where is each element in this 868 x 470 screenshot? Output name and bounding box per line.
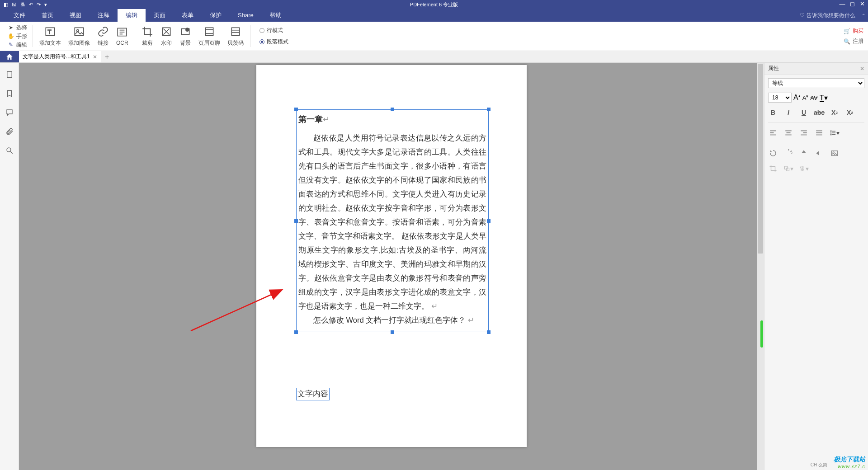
selected-text-box[interactable]: 第一章↵ 赵依依是人类用符号记录表达信息以传之久远的方式和工具。现代文字大多是记…	[296, 109, 489, 332]
hand-tool[interactable]: ✋手形	[7, 33, 27, 40]
maximize-button[interactable]: ◻	[848, 1, 856, 8]
home-tab[interactable]	[0, 51, 19, 62]
line-mode-radio[interactable]: 行模式	[259, 27, 288, 34]
resize-handle[interactable]	[487, 108, 491, 111]
language-indicator: CH 么简	[811, 462, 827, 468]
bold-icon[interactable]: B	[768, 108, 778, 117]
arrange-icon[interactable]: ▾	[783, 164, 793, 173]
document-tab-label: 文字是人类用符号...和工具1	[23, 53, 90, 61]
menu-comment[interactable]: 注释	[90, 9, 118, 22]
superscript-icon[interactable]: X2	[830, 108, 840, 117]
document-tab-bar: 文字是人类用符号...和工具1 ✕ +	[0, 51, 868, 63]
undo-icon[interactable]: ↶	[29, 2, 33, 8]
svg-rect-36	[785, 166, 788, 169]
home-icon	[5, 53, 14, 61]
menu-page[interactable]: 页面	[146, 9, 174, 22]
crop-icon	[142, 26, 153, 38]
paragraph-mode-radio[interactable]: 段落模式	[259, 38, 288, 46]
flip-horizontal-icon[interactable]	[814, 149, 824, 158]
italic-icon[interactable]: I	[783, 108, 793, 117]
comments-icon[interactable]	[5, 108, 14, 117]
title-bar: ◧ 🖫 🖶 ↶ ↷ ▾ PDFelement 6 专业版 — ◻ ✕	[0, 0, 868, 9]
strikethrough-icon[interactable]: abc	[814, 108, 824, 117]
menu-share[interactable]: Share	[230, 9, 262, 22]
add-tab-button[interactable]: +	[101, 51, 113, 62]
menu-edit[interactable]: 编辑	[118, 9, 146, 22]
attachment-icon[interactable]	[5, 127, 14, 136]
menu-bar: 文件 首页 视图 注释 编辑 页面 表单 保护 Share 帮助 ♡ 告诉我你想…	[0, 9, 868, 22]
header-footer-icon	[203, 26, 215, 38]
resize-handle[interactable]	[487, 330, 491, 334]
close-button[interactable]: ✕	[858, 1, 866, 8]
align-center-icon[interactable]	[783, 128, 793, 137]
menu-protect[interactable]: 保护	[202, 9, 230, 22]
menu-help[interactable]: 帮助	[262, 9, 290, 22]
header-footer-button[interactable]: 页眉页脚	[195, 22, 224, 51]
menu-file[interactable]: 文件	[5, 9, 33, 22]
align-left-icon[interactable]	[768, 128, 778, 137]
document-tab[interactable]: 文字是人类用符号...和工具1 ✕	[19, 51, 101, 62]
save-icon[interactable]: 🖫	[12, 2, 17, 7]
link-button[interactable]: 链接	[94, 22, 113, 51]
rotate-right-icon[interactable]	[783, 149, 793, 158]
pencil-icon: ✎	[7, 41, 14, 48]
redo-icon[interactable]: ↷	[37, 2, 41, 8]
flip-vertical-icon[interactable]	[799, 149, 809, 158]
align-objects-icon[interactable]: ▾	[799, 164, 809, 173]
qat-dropdown-icon[interactable]: ▾	[44, 2, 47, 8]
print-icon[interactable]: 🖶	[20, 2, 25, 7]
collapse-ribbon-icon[interactable]: ⌃	[862, 13, 865, 18]
document-canvas[interactable]: 第一章↵ 赵依依是人类用符号记录表达信息以传之久远的方式和工具。现代文字大多是记…	[19, 63, 764, 470]
font-size-select[interactable]: 18	[768, 93, 792, 103]
menu-form[interactable]: 表单	[174, 9, 202, 22]
menu-view[interactable]: 视图	[61, 9, 90, 22]
add-text-button[interactable]: T 添加文本	[36, 22, 65, 51]
bates-number-button[interactable]: 贝茨码	[224, 22, 247, 51]
rotate-left-icon[interactable]	[768, 149, 778, 158]
resize-handle[interactable]	[294, 330, 298, 334]
crop-image-icon[interactable]	[768, 164, 778, 173]
svg-rect-11	[231, 28, 239, 35]
font-color-icon[interactable]: T▾	[820, 94, 828, 102]
close-panel-icon[interactable]: ✕	[860, 66, 864, 72]
search-icon[interactable]	[5, 146, 14, 155]
resize-handle[interactable]	[391, 108, 394, 111]
menu-home[interactable]: 首页	[33, 9, 61, 22]
watermark-button[interactable]: 水印	[157, 22, 176, 51]
extract-image-icon[interactable]	[830, 149, 840, 158]
text-box-2[interactable]: 文字内容	[296, 388, 330, 400]
scrollbar-thumb[interactable]	[758, 64, 763, 254]
font-family-select[interactable]: 等线	[768, 78, 864, 88]
align-right-icon[interactable]	[799, 128, 809, 137]
align-justify-icon[interactable]	[814, 128, 824, 137]
edit-tool[interactable]: ✎编辑	[7, 41, 27, 49]
resize-handle[interactable]	[487, 219, 491, 223]
scroll-indicator	[760, 320, 763, 348]
crop-button[interactable]: 裁剪	[138, 22, 157, 51]
resize-handle[interactable]	[294, 219, 298, 223]
close-tab-icon[interactable]: ✕	[93, 54, 97, 60]
increase-font-icon[interactable]: A▴	[793, 94, 801, 102]
resize-handle[interactable]	[391, 330, 394, 334]
add-image-button[interactable]: 添加图像	[65, 22, 94, 51]
ocr-button[interactable]: OCR	[113, 22, 132, 51]
vertical-scrollbar[interactable]	[757, 63, 764, 470]
decrease-font-icon[interactable]: A▾	[802, 94, 809, 101]
minimize-button[interactable]: —	[838, 1, 846, 8]
svg-rect-37	[786, 168, 789, 171]
select-tool[interactable]: ➤选择	[7, 24, 27, 32]
register-button[interactable]: 🔍注册	[844, 38, 863, 45]
bookmark-icon[interactable]	[5, 89, 14, 98]
buy-button[interactable]: 🛒购买	[844, 27, 863, 35]
resize-handle[interactable]	[294, 108, 298, 111]
underline-icon[interactable]: U	[799, 108, 809, 117]
line-spacing-icon[interactable]: ▾	[830, 128, 840, 137]
thumbnails-icon[interactable]	[5, 70, 14, 79]
cursor-icon: ➤	[7, 24, 14, 31]
char-spacing-icon[interactable]: AV	[810, 94, 817, 101]
subscript-icon[interactable]: X2	[845, 108, 855, 117]
background-button[interactable]: 背景	[176, 22, 195, 51]
tell-me: ♡ 告诉我你想要做什么	[800, 12, 855, 19]
image-icon	[73, 26, 85, 38]
text-icon: T	[44, 26, 56, 38]
